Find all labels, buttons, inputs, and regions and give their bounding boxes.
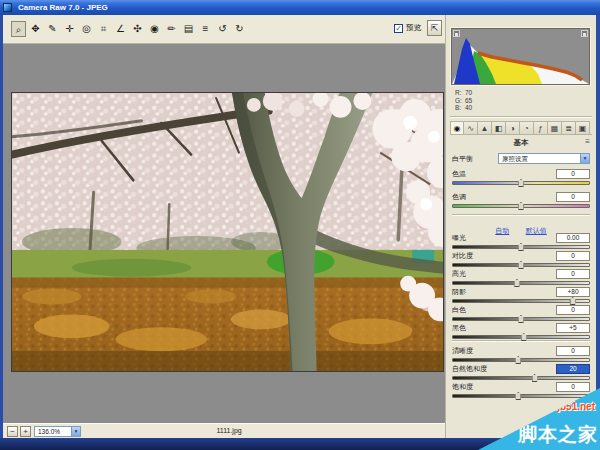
filename-label: 1111.jpg [216, 427, 241, 434]
exposure-value[interactable]: 0.00 [556, 233, 590, 243]
tab-presets[interactable]: ≣ [562, 121, 576, 135]
panel-divider [450, 116, 592, 118]
tint-track[interactable] [452, 204, 590, 208]
tab-camera-calibration[interactable]: ▦ [548, 121, 562, 135]
saturation-track[interactable] [452, 394, 590, 398]
saturation-thumb[interactable] [515, 392, 522, 400]
slider-whites: 白色 0 [452, 304, 590, 320]
temperature-thumb[interactable] [518, 179, 525, 187]
rgb-readout: R:70 G:65 B:40 [455, 89, 472, 112]
slider-exposure: 曝光 0.00 [452, 232, 590, 248]
highlight-clipping-indicator[interactable] [581, 30, 588, 37]
white-balance-value: 原照设置 [502, 155, 528, 162]
slider-blacks: 黑色 +5 [452, 322, 590, 338]
slider-clarity: 清晰度 0 [452, 345, 590, 361]
shadow-clipping-indicator[interactable] [453, 30, 460, 37]
whites-track[interactable] [452, 317, 590, 321]
slider-vibrance: 自然饱和度 20 [452, 363, 590, 379]
highlights-track[interactable] [452, 281, 590, 285]
slider-saturation: 饱和度 0 [452, 381, 590, 397]
targeted-adjustment-tool[interactable]: ◎ [79, 21, 94, 37]
saturation-value[interactable]: 0 [556, 382, 590, 392]
tab-hsl[interactable]: ◧ [492, 121, 506, 135]
tab-strip-line [450, 134, 592, 135]
status-bar: − + 136.0% ▼ 1111.jpg [3, 423, 445, 438]
histogram-plot [452, 29, 589, 84]
straighten-tool[interactable]: ∠ [113, 21, 128, 37]
zoom-in-button[interactable]: + [20, 426, 31, 437]
tint-value[interactable]: 0 [556, 192, 590, 202]
crop-tool[interactable]: ⌗ [96, 21, 111, 37]
tab-detail[interactable]: ▲ [478, 121, 492, 135]
slider-highlights: 高光 0 [452, 268, 590, 284]
white-balance-row: 白平衡 原照设置 ▼ [452, 152, 590, 165]
tab-lens-corrections[interactable]: ◔ [520, 121, 534, 135]
vibrance-value[interactable]: 20 [556, 364, 590, 374]
preview-checkbox[interactable]: ✓ [394, 24, 403, 33]
title-bar[interactable]: Camera Raw 7.0 - JPEG [0, 0, 600, 15]
tab-effects[interactable]: ƒ [534, 121, 548, 135]
adjustment-brush-tool[interactable]: ✏ [164, 21, 179, 37]
tool-strip: ⌕ ✥ ✎ ✛ ◎ ⌗ ∠ ✣ ◉ ✏ ▤ ≡ ↺ ↻ [11, 21, 247, 37]
toggle-fullscreen-button[interactable]: ⇱ [427, 20, 442, 36]
camera-raw-window: Camera Raw 7.0 - JPEG ⌕ ✥ ✎ ✛ ◎ ⌗ ∠ ✣ ◉ … [0, 0, 600, 450]
photo-preview[interactable] [11, 92, 444, 372]
white-balance-label: 白平衡 [452, 154, 473, 164]
tint-thumb[interactable] [518, 202, 525, 210]
zoom-level-select[interactable]: 136.0% ▼ [34, 426, 81, 437]
white-balance-select[interactable]: 原照设置 ▼ [498, 153, 590, 164]
image-canvas [3, 44, 445, 423]
tab-snapshots[interactable]: ▣ [576, 121, 590, 135]
zoom-tool[interactable]: ⌕ [11, 21, 26, 37]
preview-label: 预览 [406, 23, 421, 33]
tab-basic[interactable]: ◉ [450, 121, 464, 135]
hand-tool[interactable]: ✥ [28, 21, 43, 37]
adjustments-panel: R:70 G:65 B:40 ◉ ∿ ▲ ◧ ◑ ◔ ƒ ▦ ≣ ▣ 基本 ≡ … [445, 15, 596, 438]
spot-removal-tool[interactable]: ✣ [130, 21, 145, 37]
shadows-track[interactable] [452, 299, 590, 303]
shadows-value[interactable]: +80 [556, 287, 590, 297]
watermark-name: 脚本之家 [518, 422, 598, 448]
red-eye-tool[interactable]: ◉ [147, 21, 162, 37]
preview-control: ✓ 预览 [394, 23, 421, 33]
histogram [451, 28, 590, 85]
rotate-right-button[interactable]: ↻ [232, 21, 247, 37]
graduated-filter-tool[interactable]: ▤ [181, 21, 196, 37]
clarity-track[interactable] [452, 358, 590, 362]
highlights-value[interactable]: 0 [556, 269, 590, 279]
window-title: Camera Raw 7.0 - JPEG [18, 3, 108, 12]
contrast-track[interactable] [452, 263, 590, 267]
window-border-right [596, 15, 600, 450]
auto-default-links: 自动 默认值 [452, 219, 590, 230]
vibrance-track[interactable] [452, 376, 590, 380]
color-sampler-tool[interactable]: ✛ [62, 21, 77, 37]
slider-tint: 色调 0 [452, 191, 590, 212]
slider-shadows: 阴影 +80 [452, 286, 590, 302]
blacks-track[interactable] [452, 335, 590, 339]
panel-menu-icon[interactable]: ≡ [585, 137, 590, 146]
clarity-value[interactable]: 0 [556, 346, 590, 356]
panel-divider [452, 340, 590, 342]
photo-illustration [12, 93, 443, 371]
temperature-value[interactable]: 0 [556, 169, 590, 179]
rotate-left-button[interactable]: ↺ [215, 21, 230, 37]
zoom-out-button[interactable]: − [7, 426, 18, 437]
exposure-track[interactable] [452, 245, 590, 249]
photo-orange-field [12, 278, 443, 371]
tab-tone-curve[interactable]: ∿ [464, 121, 478, 135]
panel-title: 基本 [446, 138, 596, 148]
slider-temperature: 色温 0 [452, 168, 590, 189]
toolbar: ⌕ ✥ ✎ ✛ ◎ ⌗ ∠ ✣ ◉ ✏ ▤ ≡ ↺ ↻ ✓ 预览 ⇱ [3, 15, 445, 44]
slider-contrast: 对比度 0 [452, 250, 590, 266]
white-balance-tool[interactable]: ✎ [45, 21, 60, 37]
temperature-track[interactable] [452, 181, 590, 185]
whites-value[interactable]: 0 [556, 305, 590, 315]
panel-tabs: ◉ ∿ ▲ ◧ ◑ ◔ ƒ ▦ ≣ ▣ [450, 121, 590, 135]
panel-divider [452, 214, 590, 216]
contrast-value[interactable]: 0 [556, 251, 590, 261]
blacks-value[interactable]: +5 [556, 323, 590, 333]
tab-split-toning[interactable]: ◑ [506, 121, 520, 135]
blacks-thumb[interactable] [520, 333, 527, 341]
preferences-button[interactable]: ≡ [198, 21, 213, 37]
zoom-dropdown-arrow-icon: ▼ [71, 427, 80, 436]
